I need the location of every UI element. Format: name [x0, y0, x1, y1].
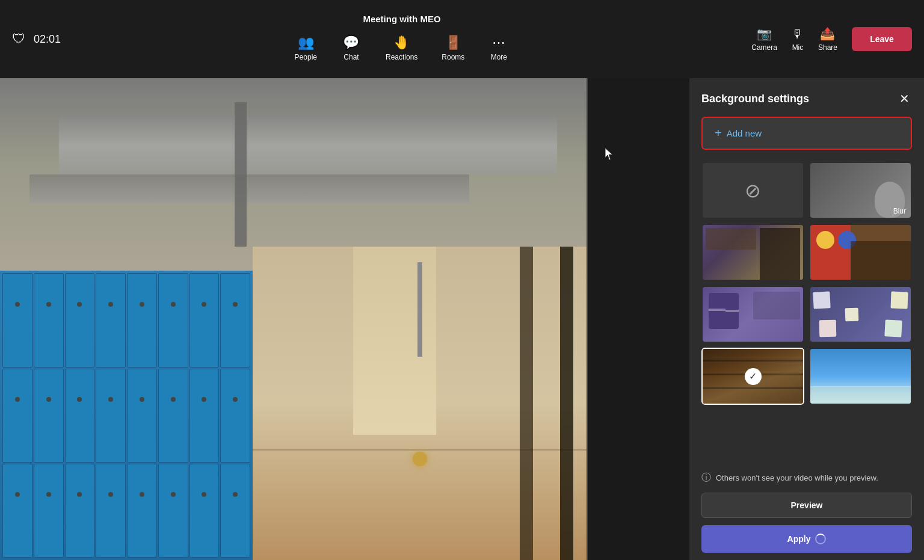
- more-icon: ⋯: [492, 35, 505, 51]
- purple1-screen: [753, 292, 801, 319]
- top-bar-right: 📷 Camera 🎙 Mic 📤 Share Leave: [683, 26, 924, 52]
- background-blur-inner: Blur: [810, 163, 911, 218]
- preview-button[interactable]: Preview: [701, 493, 912, 518]
- background-none[interactable]: ⊘: [701, 162, 804, 219]
- locker-cell: [96, 369, 126, 463]
- floor-line: [253, 449, 587, 451]
- share-icon: 📤: [820, 26, 835, 41]
- mic-control[interactable]: 🎙 Mic: [792, 27, 804, 52]
- sticky4: [884, 319, 902, 337]
- locker-cell: [96, 273, 126, 367]
- locker-cell: [34, 369, 64, 463]
- locker-cell: [158, 273, 188, 367]
- chat-icon: 💬: [343, 35, 359, 51]
- locker-cell: [96, 464, 126, 558]
- lockers: [0, 271, 253, 560]
- sticky3: [819, 320, 836, 337]
- locker-cell: [158, 464, 188, 558]
- share-label: Share: [818, 43, 837, 52]
- chat-label: Chat: [343, 53, 359, 61]
- nav-item-more[interactable]: ⋯ More: [478, 31, 520, 65]
- backgrounds-grid: ⊘ Blur: [689, 159, 924, 467]
- background-room1-inner: [703, 225, 803, 280]
- nav-item-people[interactable]: 👥 People: [284, 31, 328, 65]
- card-line1: [709, 309, 725, 311]
- locker-cell: [34, 273, 64, 367]
- locker-cell: [2, 273, 32, 367]
- camera-control[interactable]: 📷 Camera: [751, 26, 777, 52]
- close-icon: ✕: [899, 92, 910, 105]
- reactions-icon: 🤚: [393, 35, 410, 51]
- people-label: People: [295, 53, 317, 61]
- background-room1[interactable]: [701, 224, 804, 281]
- top-bar: 🛡 02:01 Meeting with MEO 👥 People 💬 Chat…: [0, 0, 924, 78]
- share-control[interactable]: 📤 Share: [818, 26, 837, 52]
- locker-cell: [34, 464, 64, 558]
- sticky1: [813, 291, 830, 309]
- background-room2-inner: [810, 225, 911, 280]
- pendant-light: [413, 452, 427, 466]
- purple1-card: [709, 293, 739, 329]
- door-frame: [520, 247, 533, 560]
- duct3: [235, 102, 247, 247]
- none-icon: ⊘: [745, 179, 761, 202]
- leave-button[interactable]: Leave: [852, 27, 912, 51]
- info-text: Others won't see your video while you pr…: [716, 473, 878, 482]
- panel-header: Background settings ✕: [689, 78, 924, 117]
- background-wood-inner: ✓: [703, 349, 803, 404]
- background-blur[interactable]: Blur: [809, 162, 912, 219]
- panel-title: Background settings: [701, 93, 809, 105]
- info-row: ⓘ Others won't see your video while you …: [689, 467, 924, 489]
- video-area: [0, 78, 587, 560]
- locker-cell: [189, 273, 220, 367]
- background-sky-inner: [810, 349, 911, 404]
- background-purple1[interactable]: [701, 286, 804, 343]
- apply-label: Apply: [787, 534, 811, 544]
- door-frame2: [560, 247, 573, 560]
- nav-item-reactions[interactable]: 🤚 Reactions: [375, 31, 428, 65]
- blur-label: Blur: [893, 207, 906, 215]
- panel-divider: [587, 78, 588, 560]
- add-new-button[interactable]: + Add new: [701, 117, 912, 150]
- shield-icon: 🛡: [12, 31, 25, 47]
- background-settings-panel: Background settings ✕ + Add new ⊘ Blur: [689, 78, 924, 560]
- mic-label: Mic: [792, 43, 804, 52]
- mic-icon: 🎙: [792, 27, 804, 41]
- background-room2[interactable]: [809, 224, 912, 281]
- corridor: [253, 247, 587, 560]
- nav-item-chat[interactable]: 💬 Chat: [330, 31, 372, 65]
- svg-marker-0: [605, 148, 612, 160]
- room2-furniture: [851, 241, 911, 280]
- locker-cell: [220, 273, 250, 367]
- mouse-cursor: [605, 148, 614, 160]
- locker-cell: [127, 369, 157, 463]
- ground: [810, 387, 911, 404]
- locker-cell: [65, 464, 95, 558]
- locker-cell: [220, 464, 250, 558]
- apply-spinner: [815, 534, 826, 544]
- camera-label: Camera: [751, 43, 777, 52]
- duct2: [29, 174, 469, 203]
- top-bar-center: Meeting with MEO 👥 People 💬 Chat 🤚 React…: [120, 14, 683, 65]
- top-bar-left: 🛡 02:01: [0, 31, 120, 47]
- nav-item-rooms[interactable]: 🚪 Rooms: [431, 31, 475, 65]
- background-sky[interactable]: [809, 348, 912, 405]
- close-button[interactable]: ✕: [897, 90, 912, 107]
- background-wood[interactable]: ✓: [701, 348, 804, 405]
- people-icon: 👥: [298, 35, 314, 51]
- info-icon: ⓘ: [701, 472, 711, 484]
- circle-yellow: [816, 231, 834, 249]
- apply-button[interactable]: Apply: [701, 525, 912, 553]
- wood-stair1: [703, 360, 804, 362]
- office-scene: [0, 78, 587, 560]
- locker-cell: [2, 464, 32, 558]
- window-light: [353, 247, 437, 434]
- locker-cell: [65, 273, 95, 367]
- background-purple2-inner: [810, 287, 911, 342]
- background-purple2[interactable]: [809, 286, 912, 343]
- reactions-label: Reactions: [386, 53, 417, 61]
- locker-cell: [220, 369, 250, 463]
- locker-cell: [65, 369, 95, 463]
- plus-icon: +: [715, 126, 722, 140]
- more-label: More: [491, 53, 507, 61]
